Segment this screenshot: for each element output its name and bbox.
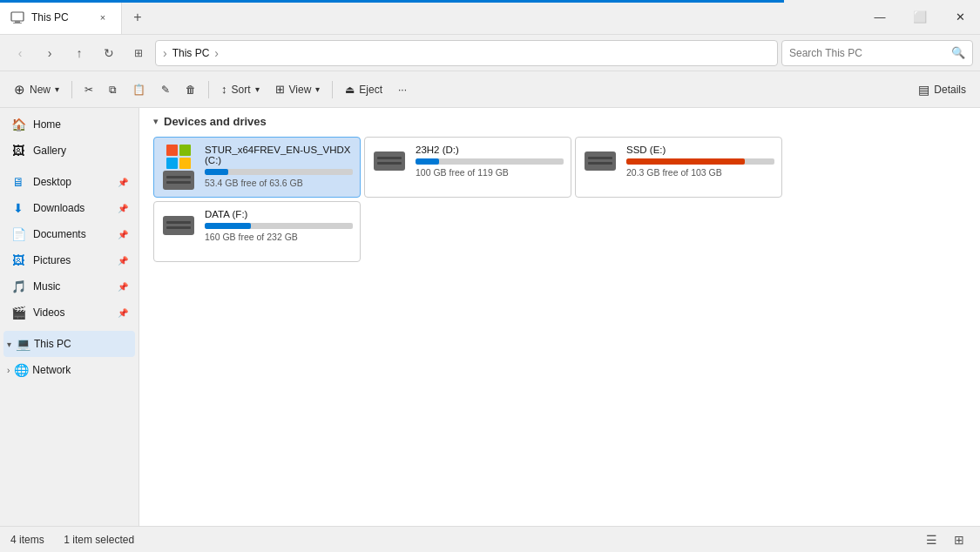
toolbar: ⊕ New ▾ ✂ ⧉ 📋 ✎ 🗑 ↕ Sort ▾ ⊞ View ▾ ⏏ Ej… [0,71,980,108]
drive-e-bar-fill [626,158,745,165]
sidebar-home-label: Home [33,118,61,131]
tab-area: This PC × + [0,0,860,34]
window-controls: — ⬜ ✕ [860,0,980,35]
windows-logo-icon [166,145,191,169]
sidebar-this-pc[interactable]: ▾ 💻 This PC [3,331,135,357]
new-button[interactable]: ⊕ New ▾ [7,77,66,103]
more-button[interactable]: ··· [391,77,414,103]
sidebar-item-music[interactable]: 🎵 Music 📌 [3,273,135,300]
toolbar-sep-3 [332,81,333,98]
pin-icon-dl: 📌 [118,204,128,213]
network-chevron-icon: › [7,366,10,375]
eject-icon: ⏏ [345,84,355,96]
view-chevron-icon: ▾ [315,84,320,94]
sort-icon: ↕ [221,83,227,96]
sidebar-item-documents[interactable]: 📄 Documents 📌 [3,221,135,247]
pin-icon-doc: 📌 [118,230,128,239]
videos-icon: 🎬 [10,306,26,320]
sidebar-music-label: Music [33,280,60,293]
sidebar-item-gallery[interactable]: 🖼 Gallery [3,138,135,164]
this-pc-icon: 💻 [15,337,30,351]
search-input[interactable] [789,47,946,59]
drive-c[interactable]: STUR_x64FREV_EN-US_VHDX (C:) 53.4 GB fre… [153,137,361,198]
eject-button[interactable]: ⏏ Eject [338,77,389,103]
sidebar-item-downloads[interactable]: ⬇ Downloads 📌 [3,195,135,221]
sidebar-item-videos[interactable]: 🎬 Videos 📌 [3,300,135,326]
sidebar-item-desktop[interactable]: 🖥 Desktop 📌 [3,169,135,195]
details-icon: ▤ [918,83,929,97]
pictures-icon: 🖼 [10,253,26,267]
view-button[interactable]: ⊞ View ▾ [268,77,328,103]
status-separator [51,534,57,546]
drive-f[interactable]: DATA (F:) 160 GB free of 232 GB [153,201,361,262]
downloads-icon: ⬇ [10,201,26,215]
cut-icon: ✂ [84,84,93,96]
sort-label: Sort [232,84,251,96]
back-button[interactable]: ‹ [7,40,33,66]
search-bar[interactable]: 🔍 [781,40,973,66]
sort-button[interactable]: ↕ Sort ▾ [214,77,267,103]
drive-e[interactable]: SSD (E:) 20.3 GB free of 103 GB [575,137,782,198]
drive-f-icon [161,209,196,235]
list-view-button[interactable]: ☰ [921,529,942,550]
minimize-button[interactable]: — [860,0,900,35]
sidebar-network[interactable]: › 🌐 Network [3,357,135,383]
rename-button[interactable]: ✎ [154,77,177,103]
view-label: View [289,84,312,96]
drive-e-name: SSD (E:) [626,145,774,155]
documents-icon: 📄 [10,227,26,241]
svg-rect-0 [11,12,24,21]
address-bar[interactable]: › This PC › [155,40,778,66]
delete-button[interactable]: 🗑 [179,77,203,103]
section-chevron-icon: ▾ [153,116,159,127]
maximize-button[interactable]: ⬜ [900,0,940,35]
drive-d[interactable]: 23H2 (D:) 100 GB free of 119 GB [364,137,571,198]
drive-e-bar-bg [626,158,774,165]
toggle-button[interactable]: ⊞ [125,40,152,66]
toolbar-sep-2 [208,81,209,98]
paste-button[interactable]: 📋 [125,77,152,103]
new-chevron-icon: ▾ [55,84,59,94]
sidebar-item-home[interactable]: 🏠 Home [3,111,135,138]
search-icon: 🔍 [951,46,965,59]
tab-close-button[interactable]: × [95,10,111,25]
list-view-icon: ☰ [926,533,937,547]
drive-d-bar-fill [416,158,439,165]
drive-d-name: 23H2 (D:) [416,145,564,155]
svg-rect-1 [15,21,20,23]
sidebar-documents-label: Documents [33,228,86,240]
close-button[interactable]: ✕ [940,0,980,35]
details-button[interactable]: ▤ Details [911,77,973,103]
hdd-e-icon [585,151,616,171]
hdd-f-icon [163,216,194,235]
new-tab-button[interactable]: + [122,2,153,33]
grid-view-icon: ⊞ [954,533,964,547]
sort-chevron-icon: ▾ [255,84,260,94]
copy-button[interactable]: ⧉ [102,77,124,103]
address-chevron: › [214,46,219,60]
drive-e-size: 20.3 GB free of 103 GB [626,167,774,178]
drive-f-bar-bg [205,223,353,229]
pin-icon: 📌 [118,178,128,187]
hdd-d-icon [374,151,405,171]
toolbar-sep-1 [71,81,72,98]
sidebar: 🏠 Home 🖼 Gallery 🖥 Desktop 📌 ⬇ Downloads… [0,108,139,526]
cut-button[interactable]: ✂ [78,77,100,103]
forward-button[interactable]: › [37,40,63,66]
content-area: ▾ Devices and drives STUR_x64FREV_EN-US_… [139,108,980,526]
grid-view-button[interactable]: ⊞ [949,529,970,550]
refresh-button[interactable]: ↻ [96,40,122,66]
this-pc-chevron-icon: ▾ [7,340,11,349]
title-bar: This PC × + — ⬜ ✕ [0,0,980,35]
loading-bar [0,0,784,3]
up-button[interactable]: ↑ [66,40,92,66]
pin-icon-pic: 📌 [118,256,128,266]
tab-this-pc[interactable]: This PC × [0,0,122,34]
drive-d-info: 23H2 (D:) 100 GB free of 119 GB [416,145,564,178]
drive-e-icon [583,145,618,171]
network-icon: 🌐 [13,363,29,377]
sidebar-item-pictures[interactable]: 🖼 Pictures 📌 [3,247,135,273]
section-title: Devices and drives [164,115,267,128]
item-count: 4 items [10,534,44,546]
new-label: New [30,84,51,96]
